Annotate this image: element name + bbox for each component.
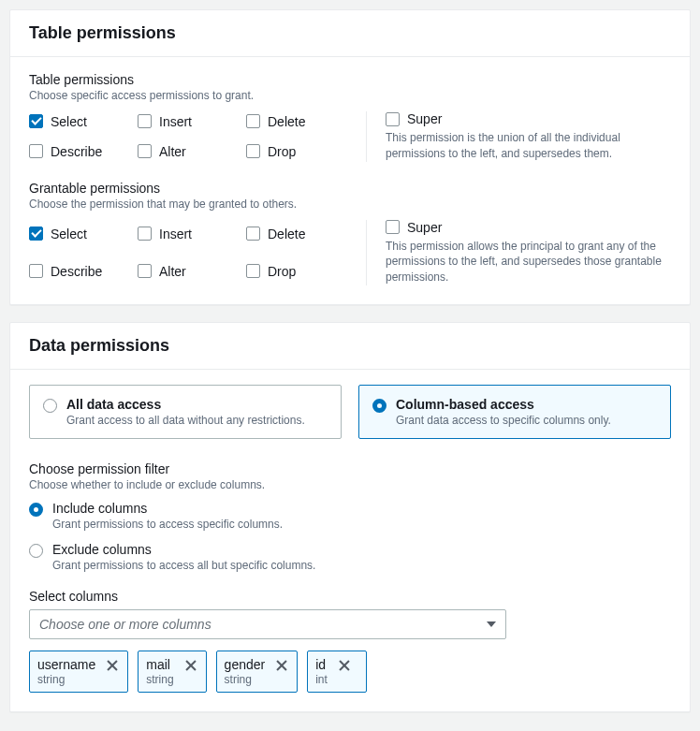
card-desc: Grant data access to specific columns on…	[396, 414, 611, 427]
section-hint: Choose the permission that may be grante…	[29, 197, 671, 211]
panel-title: Table permissions	[29, 23, 671, 43]
vertical-divider	[366, 220, 367, 285]
access-card-column[interactable]: Column-based access Grant data access to…	[358, 385, 671, 439]
card-title: All data access	[66, 397, 305, 412]
select-placeholder: Choose one or more columns	[39, 617, 211, 632]
select-columns-dropdown[interactable]: Choose one or more columns	[29, 609, 506, 639]
checkbox-delete[interactable]: Delete	[246, 220, 347, 248]
radio-column-access[interactable]	[372, 399, 386, 413]
checkbox-select[interactable]: Select	[29, 220, 130, 248]
token-gender: gender string	[216, 651, 299, 693]
access-cards: All data access Grant access to all data…	[29, 385, 671, 439]
section-hint: Choose specific access permissions to gr…	[29, 89, 671, 102]
close-icon[interactable]	[274, 658, 289, 673]
permission-grid: Select Insert Delete Describe Alter Drop	[29, 111, 347, 162]
super-description: This permission allows the principal to …	[386, 239, 671, 285]
token-id: id int	[307, 651, 367, 693]
checkbox-super[interactable]: Super	[386, 111, 671, 126]
checkbox-describe[interactable]: Describe	[29, 141, 130, 162]
table-permissions-section: Table permissions Choose specific access…	[29, 72, 671, 162]
filter-hint: Choose whether to include or exclude col…	[29, 478, 671, 491]
radio-exclude-columns[interactable]: Exclude columns Grant permissions to acc…	[29, 542, 671, 572]
checkbox-describe[interactable]: Describe	[29, 257, 130, 285]
vertical-divider	[366, 111, 367, 162]
close-icon[interactable]	[183, 658, 198, 673]
select-columns-label: Select columns	[29, 589, 671, 604]
panel-body: Table permissions Choose specific access…	[10, 57, 690, 304]
checkbox-insert[interactable]: Insert	[138, 220, 239, 248]
token-mail: mail string	[138, 651, 206, 693]
card-title: Column-based access	[396, 397, 611, 412]
radio-all-access[interactable]	[43, 399, 57, 413]
checkbox-insert[interactable]: Insert	[138, 111, 239, 132]
permission-grid: Select Insert Delete Describe Alter Drop	[29, 220, 347, 285]
column-tokens: username string mail string gender strin…	[29, 651, 671, 693]
checkbox-drop[interactable]: Drop	[246, 141, 347, 162]
panel-header: Data permissions	[10, 323, 690, 370]
token-username: username string	[29, 651, 128, 693]
checkbox-delete[interactable]: Delete	[246, 111, 347, 132]
data-permissions-panel: Data permissions All data access Grant a…	[9, 322, 691, 712]
card-desc: Grant access to all data without any res…	[66, 414, 305, 427]
checkbox-select[interactable]: Select	[29, 111, 130, 132]
table-permissions-panel: Table permissions Table permissions Choo…	[9, 9, 691, 305]
checkbox-alter[interactable]: Alter	[138, 141, 239, 162]
panel-header: Table permissions	[10, 10, 690, 57]
filter-title: Choose permission filter	[29, 461, 671, 476]
grantable-permissions-section: Grantable permissions Choose the permiss…	[29, 181, 671, 285]
checkbox-drop[interactable]: Drop	[246, 257, 347, 285]
close-icon[interactable]	[105, 658, 120, 673]
super-column: Super This permission allows the princip…	[386, 220, 671, 285]
radio-include-columns[interactable]: Include columns Grant permissions to acc…	[29, 501, 671, 531]
panel-body: All data access Grant access to all data…	[10, 370, 690, 711]
checkbox-super[interactable]: Super	[386, 220, 671, 235]
caret-down-icon	[487, 621, 496, 627]
section-title: Table permissions	[29, 72, 671, 87]
super-description: This permission is the union of all the …	[386, 130, 671, 162]
super-column: Super This permission is the union of al…	[386, 111, 671, 162]
checkbox-alter[interactable]: Alter	[138, 257, 239, 285]
close-icon[interactable]	[337, 658, 352, 673]
access-card-all[interactable]: All data access Grant access to all data…	[29, 385, 342, 439]
panel-title: Data permissions	[29, 336, 671, 356]
section-title: Grantable permissions	[29, 181, 671, 196]
